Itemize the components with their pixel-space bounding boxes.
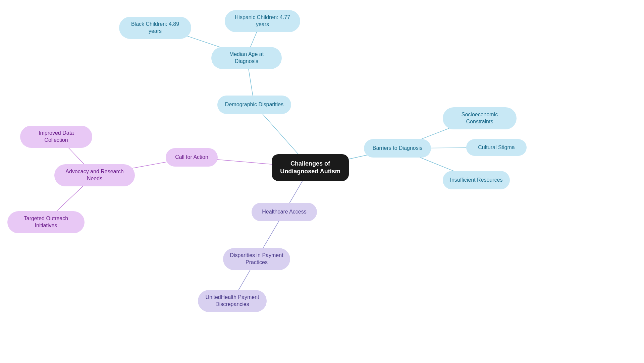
node-healthcareAccess: Healthcare Access xyxy=(252,203,317,221)
node-medianAge: Median Age at Diagnosis xyxy=(211,47,282,69)
node-blackChildren: Black Children: 4.89 years xyxy=(119,17,191,39)
node-unitedHealth: UnitedHealth Payment Discrepancies xyxy=(198,290,267,312)
node-barriersDiagnosis: Barriers to Diagnosis xyxy=(364,139,431,158)
mindmap-container: Challenges of Undiagnosed AutismDemograp… xyxy=(0,0,644,363)
node-paymentDisparities: Disparities in Payment Practices xyxy=(223,248,290,270)
node-demographic: Demographic Disparities xyxy=(217,96,291,114)
node-center: Challenges of Undiagnosed Autism xyxy=(272,154,349,181)
node-culturalStigma: Cultural Stigma xyxy=(466,139,527,156)
node-improvedData: Improved Data Collection xyxy=(20,126,92,148)
node-targetedOutreach: Targeted Outreach Initiatives xyxy=(7,211,85,233)
node-hispanicChildren: Hispanic Children: 4.77 years xyxy=(225,10,300,32)
node-socioeconomic: Socioeconomic Constraints xyxy=(443,107,517,129)
node-callForAction: Call for Action xyxy=(166,148,218,167)
node-advocacyResearch: Advocacy and Research Needs xyxy=(54,164,135,186)
node-insufficientResources: Insufficient Resources xyxy=(443,171,510,189)
